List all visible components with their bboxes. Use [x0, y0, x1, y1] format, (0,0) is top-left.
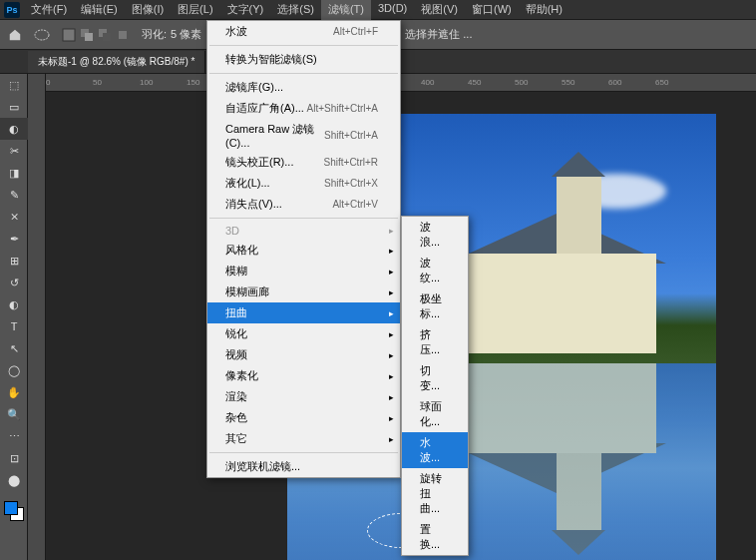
menu-item-滤镜库[interactable]: 滤镜库(G)... [207, 77, 400, 98]
ruler-tick: 100 [140, 78, 153, 87]
ruler-tick: 550 [562, 78, 574, 87]
menu-3D[interactable]: 3D(D) [371, 0, 414, 20]
submenu-item-挤压[interactable]: 挤压... [402, 324, 468, 360]
menu-选择[interactable]: 选择(S) [270, 0, 321, 20]
tool-13[interactable]: ◯ [0, 359, 28, 381]
ruler-tick: 50 [93, 78, 102, 87]
tool-12[interactable]: ↖ [0, 337, 28, 359]
tools-panel: ⬚▭◐✂◨✎⨯✒⊞↺◐T↖◯✋🔍⋯⊡⬤ [0, 74, 28, 560]
menu-item-液化[interactable]: 液化(L)...Shift+Ctrl+X [207, 173, 400, 194]
app-logo: Ps [4, 2, 20, 18]
tool-4[interactable]: ◨ [0, 162, 28, 184]
filter-menu-dropdown: 水波Alt+Ctrl+F转换为智能滤镜(S)滤镜库(G)...自适应广角(A).… [206, 20, 401, 478]
menu-item-浏览联机滤镜[interactable]: 浏览联机滤镜... [207, 456, 400, 477]
menu-bar: 文件(F)编辑(E)图像(I)图层(L)文字(Y)选择(S)滤镜(T)3D(D)… [24, 0, 569, 20]
menu-图层[interactable]: 图层(L) [171, 0, 219, 20]
menu-图像[interactable]: 图像(I) [125, 0, 171, 20]
tool-9[interactable]: ↺ [0, 272, 28, 293]
svg-point-0 [35, 30, 49, 40]
tool-7[interactable]: ✒ [0, 228, 28, 250]
menu-item-杂色[interactable]: 杂色 [207, 407, 400, 428]
menu-视图[interactable]: 视图(V) [414, 0, 465, 20]
submenu-item-波浪[interactable]: 波浪... [402, 217, 468, 253]
tool-2[interactable]: ◐ [0, 118, 28, 140]
submenu-item-波纹[interactable]: 波纹... [402, 253, 468, 288]
feather-label: 羽化: [142, 27, 167, 42]
menu-帮助[interactable]: 帮助(H) [519, 0, 569, 20]
menu-item-锐化[interactable]: 锐化 [207, 323, 400, 344]
menu-item-视频[interactable]: 视频 [207, 344, 400, 365]
menu-item-风格化[interactable]: 风格化 [207, 240, 400, 261]
ruler-tick: 450 [468, 78, 481, 87]
color-swatches[interactable] [0, 499, 28, 527]
svg-rect-3 [85, 33, 93, 41]
menu-item-转换为智能滤镜[interactable]: 转换为智能滤镜(S) [207, 49, 400, 70]
menu-滤镜[interactable]: 滤镜(T) [321, 0, 371, 20]
tool-10[interactable]: ◐ [0, 293, 28, 315]
ruler-tick: 500 [515, 78, 528, 87]
tool-18[interactable]: ⬤ [0, 469, 28, 491]
menu-item-镜头校正[interactable]: 镜头校正(R)...Shift+Ctrl+R [207, 152, 400, 173]
submenu-item-水波[interactable]: 水波... [402, 432, 468, 468]
marquee-tool-icon[interactable] [34, 29, 50, 41]
menu-item-Camera Raw 滤镜[interactable]: Camera Raw 滤镜(C)...Shift+Ctrl+A [207, 119, 400, 152]
tool-3[interactable]: ✂ [0, 140, 28, 162]
tool-14[interactable]: ✋ [0, 381, 28, 403]
menu-item-消失点[interactable]: 消失点(V)...Alt+Ctrl+V [207, 194, 400, 215]
tool-11[interactable]: T [0, 315, 28, 337]
tool-16[interactable]: ⋯ [0, 425, 28, 447]
svg-rect-5 [103, 33, 111, 41]
menu-item-水波[interactable]: 水波Alt+Ctrl+F [207, 21, 400, 42]
menu-item-3D: 3D [207, 222, 400, 240]
menu-item-其它[interactable]: 其它 [207, 428, 400, 449]
feather-value[interactable]: 5 像素 [171, 27, 201, 42]
menu-文件[interactable]: 文件(F) [24, 0, 74, 20]
ruler-vertical [28, 74, 46, 560]
menu-item-自适应广角[interactable]: 自适应广角(A)...Alt+Shift+Ctrl+A [207, 98, 400, 119]
menu-item-扭曲[interactable]: 扭曲 [207, 302, 400, 323]
ruler-tick: 150 [187, 78, 199, 87]
tool-6[interactable]: ⨯ [0, 206, 28, 228]
ruler-tick: 600 [608, 78, 621, 87]
menu-item-模糊画廊[interactable]: 模糊画廊 [207, 281, 400, 302]
menu-文字[interactable]: 文字(Y) [220, 0, 271, 20]
menu-item-像素化[interactable]: 像素化 [207, 365, 400, 386]
svg-rect-1 [63, 29, 75, 41]
menu-item-渲染[interactable]: 渲染 [207, 386, 400, 407]
tool-1[interactable]: ▭ [0, 96, 28, 118]
ruler-tick: 0 [46, 78, 50, 87]
mode-buttons[interactable] [62, 28, 130, 42]
select-mask-button[interactable]: 选择并遮住 ... [405, 27, 472, 42]
tool-0[interactable]: ⬚ [0, 74, 28, 96]
document-tab[interactable]: 未标题-1 @ 82.6% (镜像 RGB/8#) * [28, 51, 205, 73]
distort-submenu-dropdown: 波浪...波纹...极坐标...挤压...切变...球面化...水波...旋转扭… [401, 216, 469, 556]
menu-窗口[interactable]: 窗口(W) [465, 0, 519, 20]
tool-8[interactable]: ⊞ [0, 250, 28, 272]
ruler-tick: 400 [421, 78, 434, 87]
menu-编辑[interactable]: 编辑(E) [74, 0, 125, 20]
home-icon[interactable] [8, 28, 22, 42]
svg-rect-6 [119, 31, 127, 39]
menu-item-模糊[interactable]: 模糊 [207, 261, 400, 281]
submenu-item-极坐标[interactable]: 极坐标... [402, 288, 468, 324]
submenu-item-球面化[interactable]: 球面化... [402, 396, 468, 432]
submenu-item-旋转扭曲[interactable]: 旋转扭曲... [402, 468, 468, 519]
ruler-tick: 650 [655, 78, 668, 87]
submenu-item-置换[interactable]: 置换... [402, 519, 468, 555]
ruler-horizontal: 050100150200250300350400450500550600650 [46, 74, 756, 92]
tool-5[interactable]: ✎ [0, 184, 28, 206]
tool-15[interactable]: 🔍 [0, 403, 28, 425]
title-bar: Ps 文件(F)编辑(E)图像(I)图层(L)文字(Y)选择(S)滤镜(T)3D… [0, 0, 756, 20]
submenu-item-切变[interactable]: 切变... [402, 360, 468, 396]
tool-17[interactable]: ⊡ [0, 447, 28, 469]
